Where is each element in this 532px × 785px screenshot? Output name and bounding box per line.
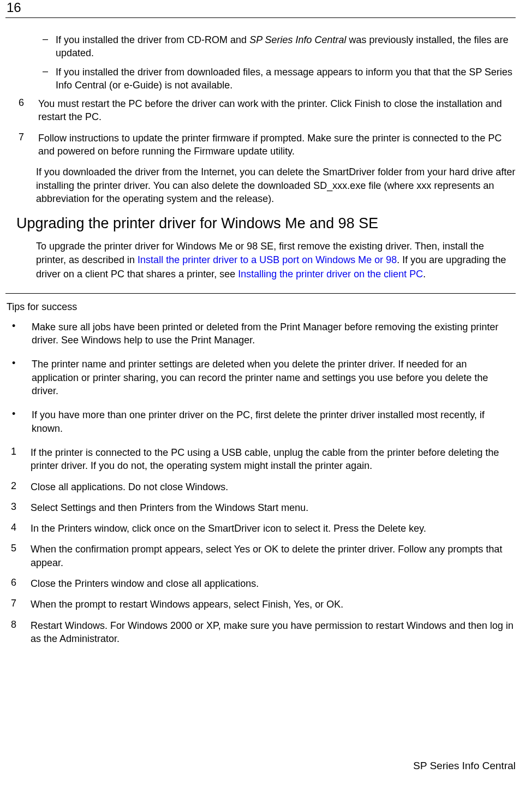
ordered-list-item: 2 Close all applications. Do not close W… [5, 480, 516, 493]
list-number: 4 [5, 522, 31, 535]
body-text: If the printer is connected to the PC us… [31, 446, 516, 473]
link-install-usb[interactable]: Install the printer driver to a USB port… [138, 254, 397, 265]
tips-heading: Tips for success [5, 301, 516, 313]
body-text: Close the Printers window and close all … [31, 577, 516, 590]
list-number: 3 [5, 501, 31, 514]
sub-list-item: – If you installed the driver from downl… [43, 66, 516, 92]
ordered-list-item: 3 Select Settings and then Printers from… [5, 501, 516, 514]
ordered-list-item: 6 You must restart the PC before the dri… [16, 97, 516, 124]
body-text: You must restart the PC before the drive… [38, 97, 516, 124]
bullet-list-item: • Make sure all jobs have been printed o… [5, 320, 516, 347]
dash-icon: – [43, 66, 56, 92]
link-install-client[interactable]: Installing the printer driver on the cli… [238, 269, 423, 279]
body-text: Select Settings and then Printers from t… [31, 501, 516, 514]
list-number: 2 [5, 480, 31, 493]
ordered-list-item: 4 In the Printers window, click once on … [5, 522, 516, 535]
body-text: . [423, 269, 426, 279]
body-text: When the prompt to restart Windows appea… [31, 598, 516, 611]
ordered-list-item: 8 Restart Windows. For Windows 2000 or X… [5, 619, 516, 646]
ordered-list-item: 6 Close the Printers window and close al… [5, 577, 516, 590]
list-number: 1 [5, 446, 31, 473]
paragraph: If you downloaded the driver from the In… [36, 165, 516, 205]
dash-icon: – [43, 33, 56, 60]
body-text: If you installed the driver from downloa… [56, 66, 516, 92]
ordered-list-item: 5 When the confirmation prompt appears, … [5, 543, 516, 569]
bullet-list-item: • If you have more than one printer driv… [5, 408, 516, 435]
main-content: – If you installed the driver from CD-RO… [5, 33, 516, 281]
list-number: 7 [5, 598, 31, 611]
list-number: 8 [5, 619, 31, 646]
body-text: Close all applications. Do not close Win… [31, 480, 516, 493]
list-number: 5 [5, 543, 31, 569]
list-number: 6 [16, 97, 38, 124]
body-text: If you installed the driver from CD-ROM … [56, 33, 516, 60]
list-number: 7 [16, 132, 38, 158]
divider [5, 293, 516, 294]
bullet-icon: • [5, 358, 32, 397]
paragraph: To upgrade the printer driver for Window… [36, 240, 516, 281]
footer-text: SP Series Info Central [413, 760, 516, 772]
body-text: Follow instructions to update the printe… [38, 132, 516, 158]
sub-list-item: – If you installed the driver from CD-RO… [43, 33, 516, 60]
body-text: Make sure all jobs have been printed or … [32, 320, 516, 347]
ordered-list-item: 1 If the printer is connected to the PC … [5, 446, 516, 473]
bullet-list-item: • The printer name and printer settings … [5, 358, 516, 397]
page-header: 16 [5, 0, 516, 18]
bullet-icon: • [5, 408, 32, 435]
body-text: If you have more than one printer driver… [32, 408, 516, 435]
list-number: 6 [5, 577, 31, 590]
body-text: In the Printers window, click once on th… [31, 522, 516, 535]
body-text: Restart Windows. For Windows 2000 or XP,… [31, 619, 516, 646]
bullet-icon: • [5, 320, 32, 347]
page-number: 16 [5, 0, 516, 15]
ordered-list-item: 7 Follow instructions to update the prin… [16, 132, 516, 158]
body-text: The printer name and printer settings ar… [32, 358, 516, 397]
ordered-list-item: 7 When the prompt to restart Windows app… [5, 598, 516, 611]
body-text: When the confirmation prompt appears, se… [31, 543, 516, 569]
section-heading: Upgrading the printer driver for Windows… [16, 215, 516, 232]
